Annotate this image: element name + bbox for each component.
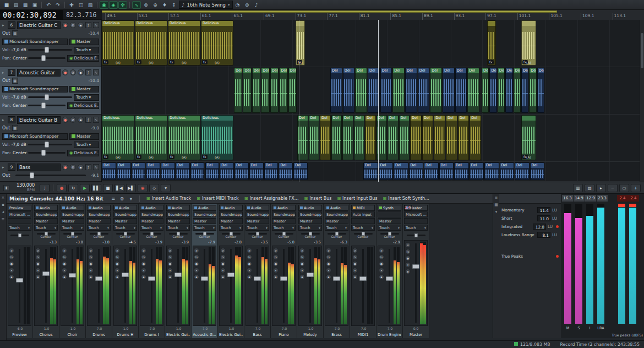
pan-thumb[interactable] [309, 232, 312, 236]
audio-clip[interactable]: Deliciousfx(A) [168, 115, 200, 160]
phase-icon[interactable]: ø [114, 248, 120, 253]
phase-icon[interactable]: ø [405, 242, 411, 248]
audio-clip[interactable]: Del [279, 162, 293, 180]
fx-icon[interactable]: fx [35, 254, 41, 260]
copy-icon[interactable]: ◫ [77, 1, 85, 9]
automation-mode-select[interactable]: Touch▾ [74, 94, 99, 101]
channel-type-select[interactable]: Audio [298, 205, 322, 211]
swing-select[interactable]: ♪ 16th Note Swing ▾ [179, 1, 233, 9]
audio-clip[interactable]: fx(A) [521, 115, 536, 160]
pan-slider[interactable] [37, 233, 56, 235]
fader-thumb[interactable] [122, 273, 129, 277]
fx-badge[interactable]: fx [488, 60, 494, 64]
device-select[interactable]: Microsoft Soundmapper [2, 86, 68, 93]
pan-slider[interactable] [248, 233, 267, 235]
channel-out-select[interactable]: Microsoft ... [404, 211, 428, 218]
pan-control[interactable]: Center [272, 231, 296, 240]
channel-strip[interactable]: AudioSoundmapperMasterTouch▾Center-3.5øf… [297, 204, 324, 338]
fader-thumb[interactable] [307, 273, 314, 277]
audio-clip[interactable]: Del [430, 68, 442, 113]
record-arm-icon[interactable]: ● [379, 261, 384, 267]
audio-clip[interactable]: Del [330, 68, 342, 113]
channel-out-select[interactable]: Soundmapper [193, 211, 216, 218]
audio-clip[interactable]: Del [500, 162, 515, 180]
channel-strip[interactable]: AudioSoundmapperMasterTouch▾Center-7.9øf… [192, 204, 218, 338]
channel-type-select[interactable]: Audio [140, 205, 163, 211]
automation-mode-select[interactable]: Touch▾ [74, 47, 99, 53]
pan-thumb[interactable] [388, 232, 391, 236]
pan-slider[interactable] [222, 233, 241, 235]
pan-control[interactable] [404, 231, 428, 240]
fx-icon[interactable]: fx [167, 254, 173, 260]
audio-clip[interactable]: Del [252, 68, 260, 113]
audio-clip[interactable]: Del [234, 162, 249, 180]
audio-clip[interactable]: Del [537, 68, 544, 113]
record-arm-button[interactable]: ● [62, 22, 68, 28]
audio-clip[interactable]: Del [470, 115, 481, 160]
fx-icon[interactable]: fx [194, 254, 199, 260]
channel-bus-select[interactable]: Master [166, 218, 190, 224]
record-arm-icon[interactable]: ● [88, 261, 94, 267]
mute-button[interactable]: ⊘ [70, 117, 76, 123]
audio-clip[interactable]: Del [293, 162, 308, 180]
fader-thumb[interactable] [42, 271, 50, 276]
mute-icon[interactable]: ▾ [194, 268, 199, 273]
loop-playback-button[interactable]: ↻ [68, 184, 78, 192]
channel-bus-select[interactable]: Master [113, 218, 137, 224]
solo-icon[interactable]: ▪ [114, 274, 120, 280]
fx-plugin-chip[interactable]: ◉Delicious E... [67, 55, 99, 62]
solo-button[interactable]: ▪ [78, 164, 84, 170]
insert-bus-button[interactable]: ⊞Insert Bus [302, 195, 334, 203]
track-header[interactable]: ▸6Electric Guitar C●⊘▪ƒ∿Out▦-10.4Microso… [0, 20, 101, 67]
channel-strip[interactable]: SynthMasterTouch▾Center-2.9øfx●▾▪-7.0Dru… [376, 204, 403, 338]
pan-control[interactable]: Center [61, 231, 84, 240]
insert-input-bus-button[interactable]: ⊞Insert Input Bus [335, 195, 379, 203]
phase-icon[interactable]: ø [35, 248, 41, 253]
zoom-out-button[interactable]: − [608, 184, 618, 192]
bus-select[interactable]: Master [69, 133, 99, 140]
slider-thumb[interactable] [41, 102, 46, 108]
docking-button[interactable]: ▤ [585, 184, 594, 192]
bus-icon[interactable]: ▦ [12, 125, 18, 131]
pan-control[interactable]: Center [87, 231, 111, 240]
record-arm-icon[interactable]: ● [220, 261, 226, 267]
solo-icon[interactable]: ▪ [273, 274, 279, 280]
audio-clip[interactable]: Del [249, 162, 264, 180]
marker-tool-icon[interactable]: ♦ [160, 1, 169, 9]
phase-icon[interactable]: ø [273, 248, 279, 253]
audio-clip[interactable]: Del [515, 162, 530, 180]
channel-out-select[interactable]: Soundmapper [245, 211, 269, 218]
channel-bus-select[interactable]: Master [325, 218, 348, 224]
fx-icon[interactable]: fx [9, 254, 14, 260]
automation-mode-select[interactable]: Touch▾ [193, 225, 216, 231]
channel-bus-select[interactable]: Master [34, 218, 58, 224]
pause-button[interactable]: ▌▌ [91, 184, 101, 192]
marker-record-button[interactable]: ◉ [138, 184, 148, 192]
audio-clip[interactable]: Del [529, 68, 536, 113]
record-arm-icon[interactable]: ● [141, 261, 146, 267]
fader-thumb[interactable] [227, 273, 234, 277]
channel-bus-select[interactable] [404, 218, 428, 224]
paste-icon[interactable]: ▧ [86, 1, 95, 9]
audio-clip[interactable]: Del [309, 115, 320, 160]
mute-button[interactable]: ⊘ [70, 69, 76, 75]
slider-thumb[interactable] [41, 55, 46, 61]
fx-chain-icon[interactable]: ƒ [85, 22, 91, 28]
bus-icon[interactable]: ▦ [12, 78, 18, 84]
zoom-tool-icon[interactable]: ⊕ [151, 1, 160, 9]
fx-icon[interactable]: fx [247, 254, 252, 260]
audio-clip[interactable]: Del [117, 162, 131, 180]
channel-bus-select[interactable]: Master [219, 218, 243, 224]
audio-clip[interactable]: Del [363, 162, 378, 180]
fader-thumb[interactable] [333, 276, 340, 281]
device-select[interactable]: Microsoft Soundmapper [2, 39, 68, 45]
phase-icon[interactable]: ø [141, 248, 146, 253]
solo-icon[interactable]: ▪ [194, 274, 199, 280]
pan-slider[interactable] [380, 233, 399, 235]
pan-slider[interactable] [301, 233, 320, 235]
automation-icon[interactable]: ∿ [93, 69, 99, 75]
automation-mode-select[interactable]: Touch▾ [140, 225, 163, 231]
solo-icon[interactable]: ▪ [35, 274, 41, 280]
audio-clip[interactable]: Del [331, 115, 342, 160]
audio-clip[interactable]: Del [399, 115, 410, 160]
